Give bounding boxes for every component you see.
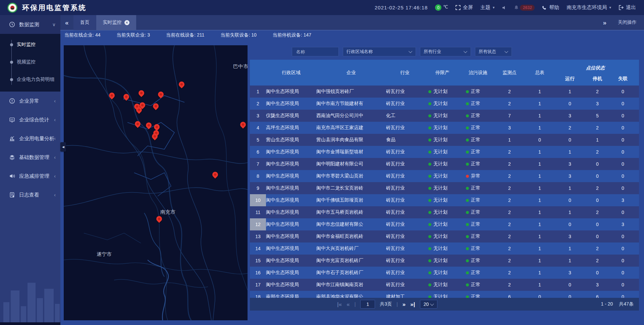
stop-limit-status-text: 无计划 <box>433 258 447 264</box>
table-row[interactable]: 5营山生态环境局营山县润丰肉食品有限食品无计划正常10010 <box>250 134 639 146</box>
table-header-cell: 行业 <box>386 60 424 86</box>
table-row[interactable]: 1阆中生态环境局阆中强锐页岩砖厂砖瓦行业无计划正常21120 <box>250 86 639 98</box>
tabs-scroll-right-button[interactable]: » <box>598 19 611 26</box>
name-filter-input[interactable] <box>296 49 335 55</box>
next-page-button[interactable]: » <box>402 302 406 307</box>
monitor-points-cell: 2 <box>495 101 524 106</box>
help-button[interactable]: 帮助 <box>542 4 559 11</box>
table-row[interactable]: 6阆中生态环境局阆中市金博瑞新型墙材砖瓦行业无计划正常21120 <box>250 146 639 158</box>
sidebar-item[interactable]: 应急减排管理‹ <box>0 167 60 185</box>
prev-page-button[interactable]: « <box>346 302 350 307</box>
pollution-facility-status-text: 正常 <box>471 233 480 239</box>
close-icon[interactable]: ✕ <box>124 20 129 25</box>
last-page-button[interactable]: »| <box>410 302 415 307</box>
table-row[interactable]: 13阆中生态环境局阆中市金福旺页岩机砖砖瓦行业无计划正常21300 <box>250 230 639 242</box>
map-collapse-handle[interactable]: ◀ <box>60 142 66 152</box>
sound-mute-button[interactable] <box>502 5 506 10</box>
monitor-points-cell: 2 <box>495 173 524 179</box>
offline-count-cell: 3 <box>610 198 636 203</box>
sidebar-item[interactable]: 数据监测∨ <box>0 15 60 34</box>
stop-limit-status-cell: 无计划 <box>424 221 461 227</box>
close-operations-button[interactable]: 关闭操作 <box>618 19 637 25</box>
status-dot-icon <box>466 295 469 298</box>
name-filter-field[interactable] <box>292 47 339 56</box>
stat-value: 211 <box>197 32 204 38</box>
layers-icon <box>9 154 15 160</box>
tab-active[interactable]: 实时监控✕ <box>96 15 136 30</box>
table-row[interactable]: 16阆中生态环境局阆中市石子页岩机砖厂砖瓦行业无计划正常21300 <box>250 267 639 279</box>
logout-button[interactable]: 退出 <box>619 4 636 11</box>
table-row[interactable]: 10阆中生态环境局阆中千佛镇五郎垭页岩砖瓦行业无计划正常21003 <box>250 194 639 206</box>
table-row[interactable]: 2阆中生态环境局阆中市南方节能建材有砖瓦行业无计划正常21030 <box>250 98 639 110</box>
monitor-points-cell: 3 <box>495 125 524 130</box>
status-filter-select[interactable]: 所有状态 <box>475 47 512 56</box>
status-dot-icon <box>428 102 431 105</box>
app-logo-icon <box>7 3 17 13</box>
region-filter-select[interactable]: 行政区域名称 <box>343 47 416 56</box>
stop-limit-status-cell: 无计划 <box>424 197 461 203</box>
sidebar-subitem[interactable]: 实时监控 <box>0 36 60 53</box>
pollution-facility-status-text: 正常 <box>471 270 480 276</box>
stop-limit-status-text: 无计划 <box>433 221 447 227</box>
fullscreen-button[interactable]: 全屏 <box>455 4 473 11</box>
industry-filter-select[interactable]: 所有行业 <box>420 47 471 56</box>
notification-count-badge: 2632 <box>520 5 535 11</box>
chevron-down-icon: ▾ <box>609 5 611 10</box>
region-cell: 阆中生态环境局 <box>266 197 316 203</box>
running-count-cell: 1 <box>555 258 585 263</box>
industry-cell: 砖瓦行业 <box>386 209 424 215</box>
page-number-input[interactable]: 1 <box>360 300 375 309</box>
table-row[interactable]: 15阆中生态环境局阆中市光富页岩机砖厂砖瓦行业无计划正常21120 <box>250 255 639 267</box>
chevron-left-icon: ‹ <box>54 136 56 141</box>
row-number-cell: 14 <box>250 242 266 255</box>
sidebar-item-label: 日志查看 <box>19 192 39 198</box>
sidebar-item[interactable]: 企业用电量分析‹ <box>0 129 60 148</box>
table-subheader-cell: 失联 <box>610 72 636 86</box>
sidebar-item-label: 企业异常 <box>19 98 39 104</box>
sidebar-item[interactable]: 企业异常‹ <box>0 92 60 110</box>
table-row[interactable]: 12阆中生态环境局阆中市忠信建材有限公砖瓦行业无计划正常21003 <box>250 218 639 230</box>
pollution-facility-status-text: 正常 <box>471 246 480 252</box>
row-number: 7 <box>250 158 266 170</box>
gis-map[interactable]: 巴中市 南充市 遂宁市 <box>64 45 248 320</box>
monitor-points-cell: 6 <box>495 294 524 298</box>
sidebar-subitem[interactable]: 视频监控 <box>0 53 60 71</box>
page-size-select[interactable]: 20 <box>420 300 437 309</box>
table-row[interactable]: 8阆中生态环境局阆中市枣碧大梁山页岩砖瓦行业无计划异常21300 <box>250 170 639 182</box>
theme-dropdown[interactable]: 主题 ▾ <box>480 4 495 11</box>
table-row[interactable]: 14阆中生态环境局阆中大兴页岩机砖厂砖瓦行业无计划正常21120 <box>250 242 639 255</box>
sidebar-item[interactable]: 基础数据管理‹ <box>0 148 60 167</box>
status-dot-icon <box>466 151 469 154</box>
tab-item[interactable]: 首页 <box>73 15 96 30</box>
sidebar-item[interactable]: 日志查看‹ <box>0 185 60 204</box>
table-row[interactable]: 3仪陇生态环境局西南油气田分公司川中化工无计划正常71350 <box>250 110 639 122</box>
status-dot-icon <box>466 175 469 178</box>
chevron-left-icon: ‹ <box>54 173 56 179</box>
tab-bar: « 首页实时监控✕ » 关闭操作 <box>60 15 644 30</box>
table-row[interactable]: 17阆中生态环境局阆中市江南镇阆南页岩砖瓦行业无计划正常21030 <box>250 279 639 291</box>
table-row[interactable]: 4高坪生态环境局南充市高坪区王家店建砖瓦行业无计划正常31220 <box>250 122 639 134</box>
stopped-count-cell: 0 <box>585 234 610 239</box>
row-number: 13 <box>250 230 266 242</box>
status-dot-icon <box>466 114 469 117</box>
sidebar-item[interactable]: 企业综合统计‹ <box>0 110 60 129</box>
first-page-button[interactable]: |« <box>337 302 342 307</box>
pollution-facility-status-cell: 异常 <box>461 173 495 179</box>
sidebar-subitem[interactable]: 企业电力负荷明细 <box>0 71 60 88</box>
tabs-scroll-left-button[interactable]: « <box>60 19 73 26</box>
table-row[interactable]: 9阆中生态环境局阆中市二龙长宝页岩砖砖瓦行业无计划正常21120 <box>250 182 639 194</box>
org-user-dropdown[interactable]: 南充市生态环境局 ▾ <box>567 4 611 11</box>
table-row[interactable]: 11阆中生态环境局阆中市五马桥页岩机砖砖瓦行业无计划正常21120 <box>250 206 639 218</box>
offline-count-cell: 0 <box>610 270 636 275</box>
status-dot-icon <box>428 126 431 129</box>
region-cell: 阆中生态环境局 <box>266 209 316 215</box>
table-header-cell: 监测点 <box>495 60 524 86</box>
total-meters-cell: 1 <box>524 89 555 94</box>
table-row[interactable]: 18南部生态环境局南部县鸿华水泥有限公建材加工无计划正常60060 <box>250 291 639 298</box>
total-meters-cell: 1 <box>524 125 555 130</box>
total-meters-cell: 1 <box>524 210 555 215</box>
offline-count-cell: 0 <box>610 173 636 179</box>
industry-cell: 砖瓦行业 <box>386 282 424 288</box>
table-row[interactable]: 7阆中生态环境局阆中明阳建材有限公司砖瓦行业无计划正常21300 <box>250 158 639 170</box>
notifications-button[interactable]: 2632 <box>514 5 535 11</box>
